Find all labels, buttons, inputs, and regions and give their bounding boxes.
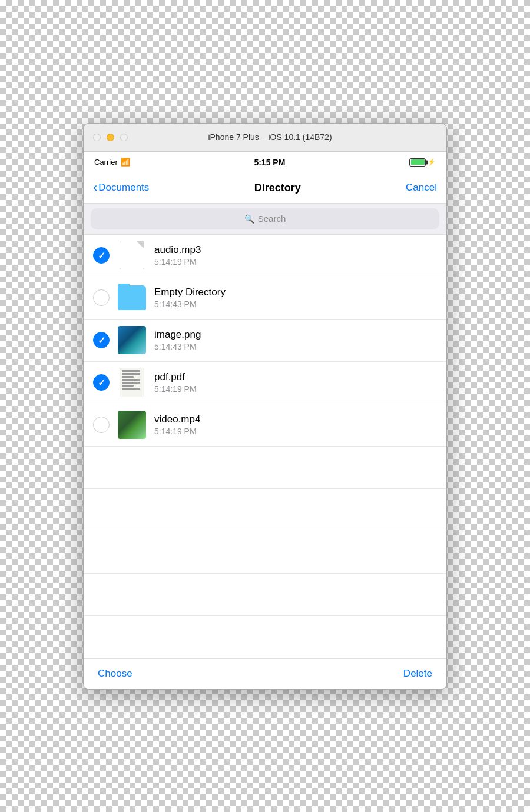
bottom-toolbar: Choose Delete bbox=[84, 658, 446, 689]
file-thumbnail-image bbox=[118, 326, 146, 354]
pdf-line bbox=[122, 388, 140, 390]
empty-row bbox=[84, 489, 446, 531]
checkbox-pdf[interactable] bbox=[93, 374, 110, 391]
choose-button[interactable]: Choose bbox=[98, 668, 132, 680]
list-item[interactable]: image.png 5:14:43 PM bbox=[84, 320, 446, 362]
file-name: image.png bbox=[154, 329, 437, 341]
empty-row bbox=[84, 447, 446, 489]
file-time: 5:14:19 PM bbox=[154, 384, 437, 394]
carrier-label: Carrier bbox=[94, 158, 118, 167]
file-time: 5:14:19 PM bbox=[154, 257, 437, 267]
file-name: pdf.pdf bbox=[154, 371, 437, 383]
file-thumbnail-video bbox=[118, 411, 146, 439]
status-bar: Carrier 📶 5:15 PM ⚡ bbox=[84, 152, 446, 173]
pdf-line bbox=[122, 382, 140, 384]
file-time: 5:14:43 PM bbox=[154, 342, 437, 351]
video-thumbnail bbox=[118, 411, 146, 439]
time-label: 5:15 PM bbox=[254, 158, 285, 167]
search-bar-container: 🔍 Search bbox=[84, 204, 446, 235]
image-thumbnail bbox=[118, 326, 146, 354]
file-thumbnail-audio bbox=[118, 241, 146, 269]
cancel-button[interactable]: Cancel bbox=[406, 182, 437, 194]
battery-icon bbox=[409, 158, 426, 167]
delete-button[interactable]: Delete bbox=[403, 668, 432, 680]
list-item[interactable]: pdf.pdf 5:14:19 PM bbox=[84, 362, 446, 404]
pdf-line bbox=[122, 379, 140, 381]
simulator-window: iPhone 7 Plus – iOS 10.1 (14B72) Carrier… bbox=[83, 123, 447, 690]
back-label: Documents bbox=[98, 182, 149, 194]
checkbox-image[interactable] bbox=[93, 332, 110, 348]
file-thumbnail-folder bbox=[118, 284, 146, 312]
doc-icon bbox=[120, 241, 144, 269]
nav-title: Directory bbox=[254, 182, 301, 194]
list-item[interactable]: video.mp4 5:14:19 PM bbox=[84, 404, 446, 447]
wifi-icon: 📶 bbox=[121, 158, 130, 167]
list-item[interactable]: Empty Directory 5:14:43 PM bbox=[84, 277, 446, 320]
empty-row bbox=[84, 616, 446, 658]
search-bar[interactable]: 🔍 Search bbox=[91, 208, 439, 229]
back-chevron-icon: ‹ bbox=[93, 181, 97, 194]
close-button[interactable] bbox=[93, 134, 101, 141]
pdf-line bbox=[122, 376, 134, 378]
pdf-line bbox=[122, 385, 134, 387]
file-time: 5:14:43 PM bbox=[154, 299, 437, 309]
battery-fill bbox=[411, 159, 425, 165]
empty-row bbox=[84, 574, 446, 616]
list-item[interactable]: audio.mp3 5:14:19 PM bbox=[84, 235, 446, 277]
checkbox-folder[interactable] bbox=[93, 289, 110, 306]
nav-bar: ‹ Documents Directory Cancel bbox=[84, 173, 446, 204]
file-name: video.mp4 bbox=[154, 414, 437, 425]
file-thumbnail-pdf bbox=[118, 368, 146, 397]
file-name: audio.mp3 bbox=[154, 244, 437, 256]
file-info-image: image.png 5:14:43 PM bbox=[154, 329, 437, 351]
search-icon: 🔍 bbox=[244, 214, 254, 224]
status-left: Carrier 📶 bbox=[94, 158, 130, 167]
pdf-thumbnail bbox=[120, 368, 144, 397]
file-info-pdf: pdf.pdf 5:14:19 PM bbox=[154, 371, 437, 394]
file-info-audio: audio.mp3 5:14:19 PM bbox=[154, 244, 437, 267]
checkbox-audio[interactable] bbox=[93, 247, 110, 264]
bolt-icon: ⚡ bbox=[428, 158, 436, 166]
checkbox-video[interactable] bbox=[93, 417, 110, 433]
file-info-video: video.mp4 5:14:19 PM bbox=[154, 414, 437, 436]
file-time: 5:14:19 PM bbox=[154, 427, 437, 436]
pdf-line bbox=[122, 373, 140, 375]
search-placeholder: Search bbox=[258, 214, 286, 224]
pdf-line bbox=[122, 370, 140, 372]
back-button[interactable]: ‹ Documents bbox=[93, 182, 149, 194]
file-name: Empty Directory bbox=[154, 287, 437, 298]
title-bar: iPhone 7 Plus – iOS 10.1 (14B72) bbox=[84, 124, 446, 152]
status-right: ⚡ bbox=[409, 158, 436, 167]
empty-row bbox=[84, 531, 446, 574]
window-title: iPhone 7 Plus – iOS 10.1 (14B72) bbox=[103, 132, 437, 142]
folder-icon bbox=[118, 285, 146, 310]
file-info-folder: Empty Directory 5:14:43 PM bbox=[154, 287, 437, 309]
file-list: audio.mp3 5:14:19 PM Empty Directory 5:1… bbox=[84, 235, 446, 658]
